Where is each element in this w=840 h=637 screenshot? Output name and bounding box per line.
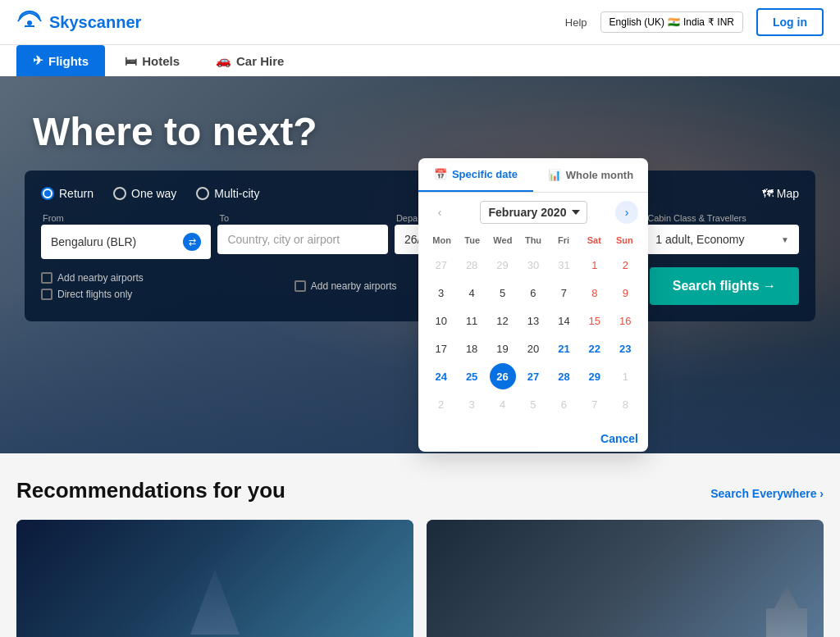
login-button[interactable]: Log in bbox=[756, 8, 824, 36]
recommendations-title: Recommendations for you bbox=[16, 478, 285, 503]
recommendation-cards bbox=[16, 520, 824, 637]
add-nearby-from-checkbox[interactable] bbox=[41, 272, 52, 284]
calendar-tabs: 📅 Specific date 📊 Whole month bbox=[418, 158, 648, 193]
add-nearby-to-option[interactable]: Add nearby airports bbox=[294, 280, 397, 292]
cal-day[interactable]: 8 bbox=[612, 391, 638, 417]
locale-button[interactable]: English (UK) 🇮🇳 India ₹ INR bbox=[600, 11, 743, 33]
cabin-input[interactable]: 1 adult, Economy ▼ bbox=[646, 225, 799, 254]
map-link[interactable]: 🗺 Map bbox=[762, 187, 799, 200]
swap-icon[interactable]: ⇄ bbox=[183, 233, 201, 251]
search-button[interactable]: Search flights → bbox=[650, 267, 799, 305]
cal-day[interactable]: 25 bbox=[459, 363, 485, 389]
cal-day[interactable]: 1 bbox=[612, 363, 638, 389]
cal-tab-specific[interactable]: 📅 Specific date bbox=[418, 158, 533, 192]
weekdays-row: Mon Tue Wed Thu Fri Sat Sun bbox=[427, 232, 640, 248]
cal-day[interactable]: 5 bbox=[490, 280, 516, 306]
cal-day-selected[interactable]: 26 bbox=[490, 363, 516, 389]
cal-day[interactable]: 29 bbox=[582, 363, 608, 389]
direct-flights-label: Direct flights only bbox=[57, 289, 132, 300]
calendar-footer: Cancel bbox=[418, 425, 648, 452]
country-label: India bbox=[683, 16, 705, 28]
cal-day[interactable]: 4 bbox=[490, 391, 516, 417]
flights-icon: ✈ bbox=[33, 53, 43, 68]
rec-card-left[interactable] bbox=[16, 520, 413, 637]
multicity-radio[interactable] bbox=[196, 187, 209, 200]
cal-day[interactable]: 27 bbox=[428, 252, 454, 278]
add-nearby-from-option[interactable]: Add nearby airports bbox=[41, 272, 144, 284]
cal-day[interactable]: 10 bbox=[428, 307, 454, 334]
cal-day[interactable]: 22 bbox=[582, 335, 608, 362]
flag-icon: 🇮🇳 bbox=[668, 16, 680, 28]
calendar-dropdown: 📅 Specific date 📊 Whole month ‹ February… bbox=[418, 158, 648, 452]
return-radio-inner bbox=[44, 190, 51, 197]
calendar-days: 27 28 29 30 31 1 2 3 4 5 6 7 8 9 10 11 1… bbox=[427, 252, 640, 417]
cal-day[interactable]: 14 bbox=[550, 307, 577, 334]
cal-day[interactable]: 3 bbox=[428, 280, 454, 306]
cal-day[interactable]: 7 bbox=[550, 280, 577, 306]
direct-flights-option[interactable]: Direct flights only bbox=[41, 289, 144, 300]
cal-day[interactable]: 3 bbox=[459, 391, 485, 417]
cal-day[interactable]: 2 bbox=[428, 391, 454, 417]
cal-day[interactable]: 28 bbox=[550, 363, 577, 389]
cal-day[interactable]: 12 bbox=[490, 307, 516, 334]
cal-day[interactable]: 4 bbox=[459, 280, 485, 306]
skyscanner-logo-icon bbox=[16, 8, 43, 36]
from-value: Bengaluru (BLR) bbox=[51, 235, 136, 248]
tab-flights[interactable]: ✈ Flights bbox=[16, 45, 105, 76]
cal-day[interactable]: 19 bbox=[490, 335, 516, 362]
from-group: From Bengaluru (BLR) ⇄ bbox=[41, 213, 211, 259]
cal-day[interactable]: 30 bbox=[520, 252, 546, 278]
cal-day[interactable]: 11 bbox=[459, 307, 485, 334]
tab-hotels[interactable]: 🛏 Hotels bbox=[108, 45, 196, 76]
trip-return[interactable]: Return bbox=[41, 187, 94, 200]
direct-flights-checkbox[interactable] bbox=[41, 289, 52, 300]
tab-carhire[interactable]: 🚗 Car Hire bbox=[199, 45, 300, 76]
cal-day[interactable]: 6 bbox=[550, 391, 577, 417]
cal-day[interactable]: 2 bbox=[612, 252, 638, 278]
next-month-button[interactable]: › bbox=[615, 201, 638, 224]
return-radio[interactable] bbox=[41, 187, 54, 200]
cal-day[interactable]: 17 bbox=[428, 335, 454, 362]
oneway-radio[interactable] bbox=[113, 187, 126, 200]
cancel-button[interactable]: Cancel bbox=[600, 432, 638, 445]
cal-day[interactable]: 13 bbox=[520, 307, 546, 334]
weekday-fri: Fri bbox=[549, 232, 579, 248]
cal-day[interactable]: 28 bbox=[459, 252, 485, 278]
cal-day[interactable]: 27 bbox=[520, 363, 546, 389]
locale-label: English (UK) bbox=[609, 16, 664, 28]
cal-day[interactable]: 21 bbox=[550, 335, 577, 362]
specific-date-label: Specific date bbox=[452, 168, 518, 180]
cal-tab-whole-month[interactable]: 📊 Whole month bbox=[533, 158, 648, 192]
cal-day[interactable]: 31 bbox=[550, 252, 577, 278]
cal-day[interactable]: 23 bbox=[612, 335, 638, 362]
cabin-chevron-icon: ▼ bbox=[781, 235, 789, 244]
to-input[interactable]: Country, city or airport bbox=[217, 225, 387, 254]
trip-multicity[interactable]: Multi-city bbox=[196, 187, 259, 200]
cal-day[interactable]: 29 bbox=[490, 252, 516, 278]
cal-day[interactable]: 5 bbox=[520, 391, 546, 417]
help-link[interactable]: Help bbox=[565, 16, 587, 29]
cal-day[interactable]: 7 bbox=[582, 391, 608, 417]
cal-day[interactable]: 1 bbox=[582, 252, 608, 278]
cal-day[interactable]: 24 bbox=[428, 363, 454, 389]
prev-month-button[interactable]: ‹ bbox=[428, 201, 451, 224]
multicity-label: Multi-city bbox=[214, 187, 259, 200]
cal-day[interactable]: 18 bbox=[459, 335, 485, 362]
cal-day[interactable]: 9 bbox=[612, 280, 638, 306]
whole-month-label: Whole month bbox=[566, 169, 633, 181]
rec-card-right[interactable] bbox=[427, 520, 824, 637]
cal-day[interactable]: 20 bbox=[520, 335, 546, 362]
tab-flights-label: Flights bbox=[48, 54, 89, 68]
cal-day[interactable]: 6 bbox=[520, 280, 546, 306]
cal-day[interactable]: 16 bbox=[612, 307, 638, 334]
hero-section: Where to next? Return One way Multi-city… bbox=[0, 76, 840, 453]
search-everywhere-link[interactable]: Search Everywhere › bbox=[710, 487, 824, 500]
logo-area: Skyscanner bbox=[16, 8, 141, 36]
cal-day[interactable]: 15 bbox=[582, 307, 608, 334]
from-input[interactable]: Bengaluru (BLR) ⇄ bbox=[41, 225, 211, 259]
add-nearby-to-checkbox[interactable] bbox=[294, 280, 306, 292]
cabin-group: Cabin Class & Travellers 1 adult, Econom… bbox=[646, 213, 799, 259]
cal-day[interactable]: 8 bbox=[582, 280, 608, 306]
trip-oneway[interactable]: One way bbox=[113, 187, 176, 200]
month-year-select[interactable]: February 2020 March 2020 April 2020 bbox=[480, 201, 587, 224]
